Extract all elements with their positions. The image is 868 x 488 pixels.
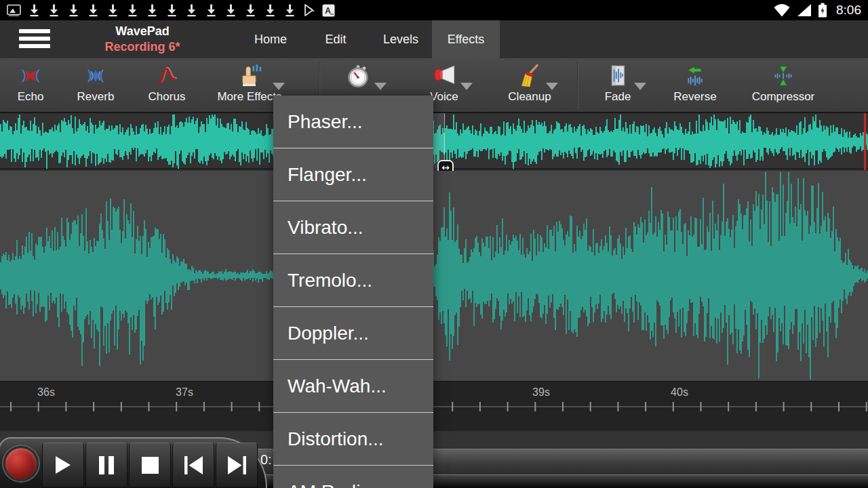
svg-text:A: A — [325, 5, 331, 15]
download-icon — [146, 3, 159, 17]
menu-item-doppler[interactable]: Doppler... — [273, 307, 433, 360]
download-icon — [47, 3, 60, 17]
download-icon — [224, 3, 237, 17]
compressor-icon — [771, 62, 795, 89]
download-icon — [126, 3, 139, 17]
timeline-label: 40s — [671, 386, 688, 399]
megaphone-icon — [431, 62, 457, 89]
clock: 8:06 — [836, 3, 861, 18]
download-icon — [244, 3, 257, 17]
menu-item-vibrato[interactable]: Vibrato... — [273, 201, 433, 254]
tab-home[interactable]: Home — [237, 20, 304, 58]
download-icon — [87, 3, 100, 17]
app-header: WavePad Recording 6* Home Edit Levels Ef… — [0, 20, 868, 58]
chorus-icon — [155, 62, 179, 89]
broom-icon — [517, 62, 542, 89]
fade-caret-icon[interactable] — [634, 83, 646, 90]
reverse-button[interactable]: Reverse — [658, 62, 732, 110]
effects-toolbar: Echo Reverb — [0, 58, 868, 113]
wavepad-app: A 8:06 WavePad Recording 6* Home Edit Le… — [0, 0, 868, 488]
download-icon — [106, 3, 119, 17]
menu-item-flanger[interactable]: Flanger... — [273, 148, 433, 201]
timeline-label: 37s — [176, 386, 193, 399]
record-button[interactable] — [3, 446, 39, 481]
wifi-icon — [773, 3, 791, 17]
fade-label: Fade — [605, 89, 631, 104]
toolbar-separator — [577, 61, 578, 110]
echo-icon — [18, 62, 43, 89]
more-effects-dropdown-menu: Phaser... Flanger... Vibrato... Tremolo.… — [273, 96, 433, 488]
status-bar: A 8:06 — [0, 0, 868, 20]
download-icon — [165, 3, 178, 17]
menu-item-phaser[interactable]: Phaser... — [273, 96, 433, 148]
letter-a-icon: A — [322, 4, 335, 17]
system-status-icons: 8:06 — [773, 3, 861, 18]
timeline-label: 36s — [37, 386, 55, 399]
voice-caret-icon[interactable] — [460, 83, 473, 90]
timeline-ruler: 36s37s39s40s — [0, 381, 868, 431]
download-icon — [185, 3, 198, 17]
skip-back-button[interactable] — [172, 443, 214, 487]
chorus-button[interactable]: Chorus — [130, 62, 204, 110]
more-effects-icon — [237, 62, 262, 89]
cleanup-caret-icon[interactable] — [546, 83, 558, 90]
download-icon — [67, 3, 80, 17]
fade-button[interactable]: Fade — [580, 62, 655, 110]
menu-item-tremolo[interactable]: Tremolo... — [273, 254, 433, 307]
reverb-icon — [83, 62, 108, 89]
fade-icon — [606, 62, 630, 89]
compressor-label: Compressor — [752, 89, 815, 104]
play-button[interactable] — [42, 443, 84, 487]
tab-effects[interactable]: Effects — [432, 20, 500, 58]
menu-item-am-radio[interactable]: AM Radio... — [273, 466, 433, 488]
menu-item-distortion[interactable]: Distortion... — [273, 413, 433, 466]
stop-button[interactable] — [129, 443, 171, 487]
app-title: WavePad — [75, 23, 210, 39]
cell-signal-icon — [797, 3, 812, 17]
more-effects-caret-icon[interactable] — [273, 83, 285, 90]
reverb-label: Reverb — [77, 89, 115, 104]
stop-icon — [142, 457, 159, 474]
skip-forward-button[interactable] — [216, 443, 258, 487]
gallery-icon — [7, 4, 21, 16]
menu-item-wah-wah[interactable]: Wah-Wah... — [273, 360, 433, 413]
skip-back-icon — [184, 456, 203, 474]
skip-forward-icon — [228, 456, 246, 474]
reverb-button[interactable]: Reverb — [58, 62, 133, 110]
download-icons — [28, 3, 296, 17]
stopwatch-caret-icon[interactable] — [374, 83, 387, 90]
pause-button[interactable] — [85, 443, 127, 487]
pause-icon — [98, 456, 115, 474]
more-effects-label: More Effects — [217, 89, 281, 104]
document-title: Recording 6* — [75, 39, 210, 55]
hamburger-menu-icon[interactable] — [19, 29, 50, 49]
transport-panel — [0, 437, 267, 488]
main-waveform[interactable] — [0, 171, 868, 381]
tab-levels[interactable]: Levels — [367, 20, 435, 58]
timeline-label: 39s — [532, 386, 550, 399]
battery-charging-icon — [818, 3, 827, 18]
reverse-icon — [683, 62, 707, 89]
download-icon — [264, 3, 277, 17]
stopwatch-icon — [345, 62, 371, 89]
transport-bar: 0: — [0, 431, 868, 488]
compressor-button[interactable]: Compressor — [746, 62, 821, 110]
reverse-label: Reverse — [673, 89, 716, 104]
playhead-marker — [864, 113, 866, 170]
download-icon — [205, 3, 218, 17]
cleanup-label: Cleanup — [508, 89, 551, 104]
tab-edit[interactable]: Edit — [302, 20, 370, 58]
chorus-label: Chorus — [149, 89, 186, 104]
notification-icons: A — [7, 3, 335, 17]
title-block: WavePad Recording 6* — [75, 23, 210, 55]
download-icon — [28, 3, 41, 17]
download-icon — [283, 3, 296, 17]
overview-waveform[interactable]: ↔ — [0, 113, 868, 169]
echo-label: Echo — [18, 89, 44, 104]
play-store-icon — [303, 3, 315, 17]
echo-button[interactable]: Echo — [0, 62, 68, 110]
voice-label: Voice — [430, 89, 458, 104]
cleanup-button[interactable]: Cleanup — [492, 62, 567, 110]
play-icon — [55, 455, 71, 474]
